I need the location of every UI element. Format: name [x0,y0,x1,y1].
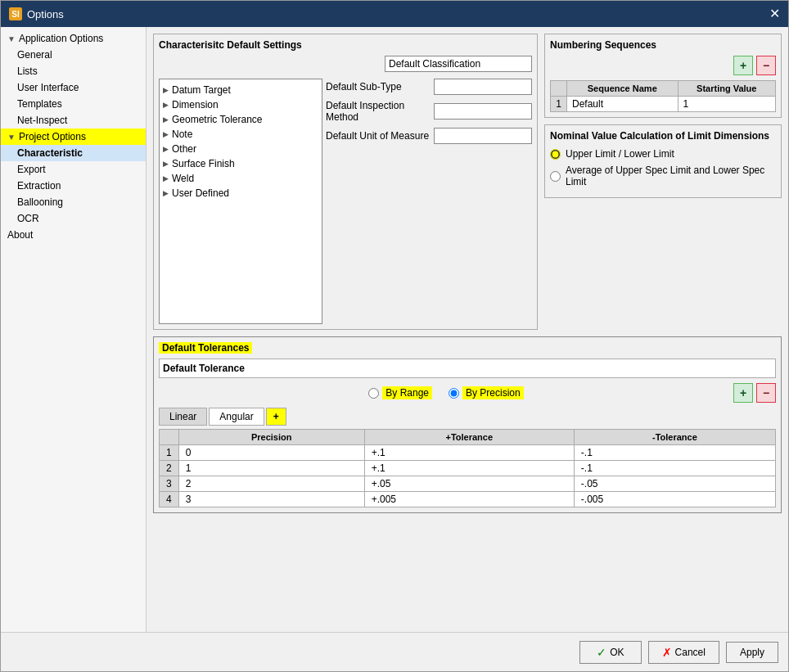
tolerances-section: Default Tolerances Default Tolerance By … [153,336,782,513]
expand-arrow: ▼ [7,133,16,142]
numbering-table: Sequence Name Starting Value 1 Default 1 [550,80,776,112]
by-range-group: By Range [368,386,432,399]
sidebar-item-label: Templates [17,98,62,110]
sub-type-row: Default Sub-Type [326,79,532,95]
tolerances-radios: By Range By Precision [159,386,733,399]
table-row: 2 1 +.1 -.1 [160,461,776,476]
row-number: 4 [160,492,179,507]
sidebar: ▼ Application Options General Lists User… [1,27,147,632]
sidebar-item-label: About [7,229,33,241]
sub-type-label: Default Sub-Type [326,81,431,92]
table-row: 4 3 +.005 -.005 [160,492,776,507]
tree-item-dimension[interactable]: ▶ Dimension [163,97,318,112]
tab-add-button[interactable]: + [266,408,286,426]
upper-lower-label: Upper Limit / Lower Limit [566,148,674,160]
tree-item-surface-finish[interactable]: ▶ Surface Finish [163,156,318,171]
tree-item-label: Note [172,129,192,140]
add-sequence-button[interactable]: + [733,56,753,75]
bottom-bar: ✓ OK ✗ Cancel Apply [1,632,788,671]
unit-measure-row: Default Unit of Measure [326,128,532,144]
sidebar-item-label: Lists [17,65,38,77]
by-range-label: By Range [382,386,432,399]
tolerances-inner-title: Default Tolerance [163,363,245,374]
inspection-method-dropdown[interactable] [434,103,532,120]
add-tolerance-button[interactable]: + [733,383,753,403]
row-num-header [160,430,179,445]
row-num-header [551,81,567,97]
sidebar-item-user-interface[interactable]: User Interface [1,79,146,96]
inspection-method-label: Default Inspection Method [326,100,431,123]
char-settings-title: Characterisitc Default Settings [159,39,532,51]
precision-header: Precision [178,430,364,445]
tree-item-weld[interactable]: ▶ Weld [163,171,318,186]
minus-tolerance-cell: -.005 [574,492,775,507]
tree-item-label: Geometric Tolerance [172,114,263,125]
tolerances-toolbar: + − [733,383,776,403]
expand-triangle: ▶ [163,145,169,153]
table-row: 1 0 +.1 -.1 [160,445,776,461]
tree-item-geometric-tolerance[interactable]: ▶ Geometric Tolerance [163,112,318,127]
cancel-button[interactable]: ✗ Cancel [648,641,719,664]
sidebar-item-application-options[interactable]: ▼ Application Options [1,30,146,47]
tree-item-label: Surface Finish [172,158,235,169]
average-label: Average of Upper Spec Limit and Lower Sp… [566,165,776,187]
top-section: Characterisitc Default Settings Default … [153,34,782,330]
plus-tolerance-cell: +.1 [364,445,574,461]
row-number: 2 [160,461,179,476]
sidebar-item-project-options[interactable]: ▼ Project Options [1,129,146,145]
close-button[interactable]: ✕ [769,7,780,20]
title-bar-left: SI Options [9,7,64,20]
tree-item-user-defined[interactable]: ▶ User Defined [163,186,318,201]
starting-value-cell: 1 [678,97,775,112]
numbering-panel: Numbering Sequences + − Sequence Name St… [544,34,782,118]
default-classification-dropdown[interactable]: Default Classification [385,56,532,72]
sidebar-item-export[interactable]: Export [1,161,146,178]
numbering-title: Numbering Sequences [550,39,776,51]
sidebar-item-ballooning[interactable]: Ballooning [1,194,146,210]
default-classification-row: Default Classification [159,56,532,72]
expand-triangle: ▶ [163,130,169,138]
options-window: SI Options ✕ ▼ Application Options Gener… [0,0,789,672]
average-radio[interactable] [550,171,561,182]
sidebar-item-general[interactable]: General [1,47,146,63]
minus-tolerance-cell: -.1 [574,461,775,476]
apply-button[interactable]: Apply [726,642,778,663]
upper-lower-radio[interactable] [550,149,561,160]
sidebar-item-label: Application Options [19,33,103,44]
tree-item-other[interactable]: ▶ Other [163,142,318,156]
table-row: 3 2 +.05 -.05 [160,476,776,492]
expand-triangle: ▶ [163,174,169,183]
tolerances-controls: By Range By Precision + − [159,383,776,403]
tab-angular[interactable]: Angular [209,408,264,426]
window-title: Options [27,8,64,20]
tolerance-table: Precision +Tolerance -Tolerance 1 0 +.1 … [159,429,776,507]
by-precision-radio[interactable] [449,388,459,399]
tree-item-datum-target[interactable]: ▶ Datum Target [163,83,318,97]
sidebar-item-lists[interactable]: Lists [1,63,146,79]
by-range-radio[interactable] [368,388,379,399]
tolerances-section-title: Default Tolerances [159,342,252,354]
expand-triangle: ▶ [163,160,169,168]
sidebar-item-label: General [17,49,52,61]
sub-type-dropdown[interactable] [434,79,532,95]
sidebar-item-templates[interactable]: Templates [1,96,146,112]
tree-item-note[interactable]: ▶ Note [163,127,318,142]
sidebar-item-about[interactable]: About [1,227,146,243]
by-precision-label: By Precision [462,386,524,399]
remove-sequence-button[interactable]: − [756,56,776,75]
ok-button[interactable]: ✓ OK [579,641,641,664]
sidebar-item-extraction[interactable]: Extraction [1,178,146,194]
sidebar-item-label: Export [17,164,46,175]
app-icon: SI [9,7,22,20]
sidebar-item-characteristic[interactable]: Characteristic [1,145,146,161]
unit-measure-dropdown[interactable] [434,128,532,144]
remove-tolerance-button[interactable]: − [756,383,776,403]
x-icon: ✗ [662,646,672,659]
tree-item-label: Dimension [172,99,219,110]
sidebar-item-ocr[interactable]: OCR [1,210,146,227]
tree-item-label: Other [172,143,196,155]
tab-linear[interactable]: Linear [159,408,207,426]
expand-triangle: ▶ [163,86,169,94]
sidebar-item-net-inspect[interactable]: Net-Inspect [1,112,146,129]
tolerances-inner: Default Tolerance [159,359,776,378]
